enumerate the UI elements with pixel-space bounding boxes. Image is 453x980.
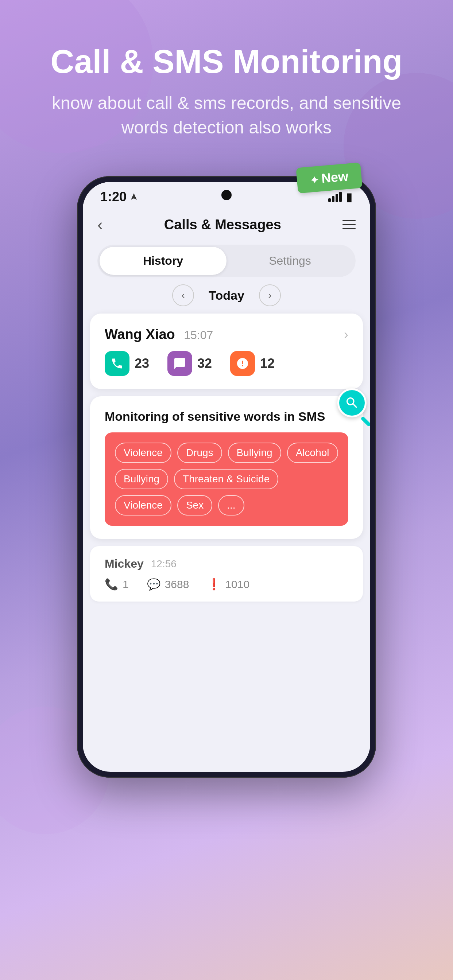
date-prev-button[interactable]: ‹ [172,285,194,306]
contact-name-group: Wang Xiao 15:07 [105,327,213,342]
tab-settings[interactable]: Settings [226,247,353,275]
tag-threaten-suicide: Threaten & Suicide [174,469,278,489]
contact-name: Wang Xiao [105,327,175,342]
search-handle [360,416,370,427]
app-header: ‹ Calls & Messages [83,208,370,241]
signal-icon [328,192,342,202]
tag-more: ... [218,495,244,515]
contact-time: 15:07 [184,328,213,342]
contact-header: Wang Xiao 15:07 › [105,327,348,342]
svg-marker-0 [131,193,137,200]
tag-violence-1: Violence [115,442,171,463]
main-title: Call & SMS Monitoring [29,44,424,80]
tab-history[interactable]: History [100,247,226,275]
contact-chevron-icon: › [344,327,348,342]
mickey-name: Mickey [105,557,144,571]
mickey-time: 12:56 [151,558,177,570]
phone-mockup: New 1:20 [0,176,453,778]
status-time: 1:20 [100,189,138,205]
header-section: Call & SMS Monitoring know about call & … [0,0,453,162]
contact-stats: 23 32 [105,351,348,376]
msg-count: 32 [197,356,212,371]
tab-bar: History Settings [97,245,356,277]
search-icon [345,396,359,410]
menu-button[interactable] [343,220,356,229]
date-nav: ‹ Today › [97,285,356,306]
sms-card-title: Monitoring of sensitive words in SMS [105,409,348,424]
mickey-header: Mickey 12:56 [105,557,348,571]
call-stat: 23 [105,351,149,376]
contact-card-mickey[interactable]: Mickey 12:56 📞 1 💬 3688 ❗ 1010 [90,546,363,601]
sms-monitoring-card: Monitoring of sensitive words in SMS Vio… [90,396,363,539]
app-title: Calls & Messages [164,217,281,232]
tag-alcohol: Alcohol [287,442,338,463]
tag-sex: Sex [177,495,212,515]
sms-tags-container: Violence Drugs Bullying Alcohol Bullying… [105,433,348,526]
call-icon [105,351,129,376]
tag-violence-2: Violence [115,495,171,515]
search-bubble-container [337,388,367,417]
mickey-msg-stat: 💬 3688 [147,578,189,590]
contact-card-wang[interactable]: Wang Xiao 15:07 › 23 [90,313,363,389]
phone-outer: New 1:20 [77,176,376,778]
mickey-msg-count: 3688 [165,578,189,590]
mickey-alert-count: 1010 [225,578,249,590]
camera-notch [222,190,231,200]
msg-stat: 32 [167,351,212,376]
mickey-alert-icon: ❗ [207,578,221,590]
alert-icon [230,351,255,376]
message-icon [167,351,192,376]
date-next-button[interactable]: › [259,285,281,306]
mickey-msg-icon: 💬 [147,578,161,590]
mickey-call-count: 1 [123,578,129,590]
tag-drugs: Drugs [177,442,222,463]
magnifier-icon [337,388,367,417]
time-display: 1:20 [100,189,126,205]
alert-count: 12 [260,356,274,371]
mickey-alert-stat: ❗ 1010 [207,578,249,590]
tag-bullying-1: Bullying [228,442,281,463]
tag-bullying-2: Bullying [115,469,168,489]
date-label: Today [209,288,244,302]
battery-icon: ▮ [346,190,353,204]
mickey-call-stat: 📞 1 [105,578,129,590]
call-count: 23 [135,356,149,371]
status-right: ▮ [328,190,353,204]
mickey-stats: 📞 1 💬 3688 ❗ 1010 [105,578,348,590]
back-button[interactable]: ‹ [97,215,103,234]
sub-title: know about call & sms records, and sensi… [29,91,424,140]
mickey-call-icon: 📞 [105,578,118,590]
phone-screen: 1:20 ▮ ‹ Calls & [83,182,370,772]
location-icon [129,192,138,201]
alert-stat: 12 [230,351,274,376]
